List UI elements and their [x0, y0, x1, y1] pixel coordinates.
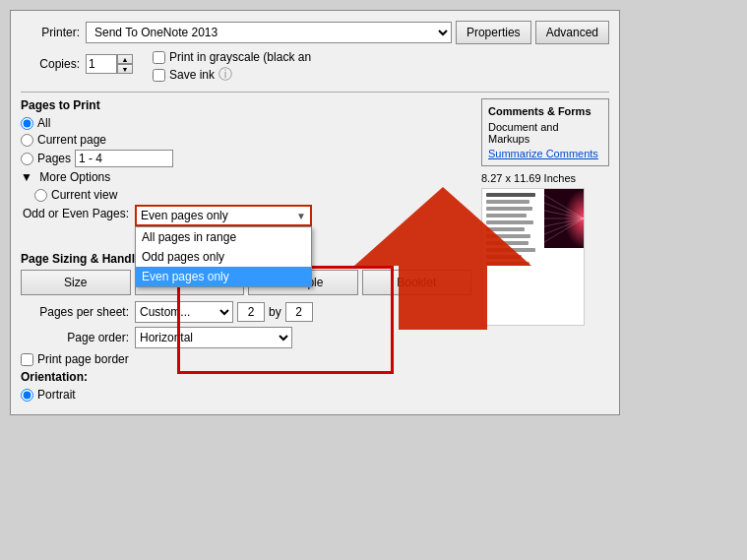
more-options-label: More Options: [39, 170, 110, 184]
right-panel: Comments & Forms Document and Markups Su…: [481, 98, 609, 404]
radio-pages-row: Pages: [21, 150, 471, 167]
radio-current[interactable]: [21, 134, 33, 147]
portrait-label: Portrait: [37, 388, 76, 402]
pages-per-sheet-row: Pages per sheet: Custom... by: [21, 301, 471, 323]
orientation-section: Orientation: Portrait: [21, 370, 471, 402]
size-button[interactable]: Size: [21, 270, 131, 295]
radio-current-view[interactable]: [34, 189, 47, 202]
grayscale-row: Print in grayscale (black an: [153, 50, 311, 64]
pages-to-print-title: Pages to Print: [21, 98, 471, 112]
radio-pages[interactable]: [21, 153, 33, 165]
printer-select[interactable]: Send To OneNote 2013: [86, 22, 452, 43]
odd-even-row: Odd or Even Pages: Even pages only ▼ All…: [21, 205, 471, 226]
copies-label: Copies:: [21, 57, 80, 71]
page-order-label: Page order:: [21, 331, 129, 344]
comments-forms-panel: Comments & Forms Document and Markups Su…: [481, 98, 609, 166]
current-view-label: Current view: [51, 188, 117, 202]
spin-down[interactable]: ▼: [117, 64, 133, 74]
print-border-label: Print page border: [37, 352, 129, 366]
by-y-input[interactable]: [285, 302, 313, 322]
pages-range-input[interactable]: [75, 150, 173, 167]
properties-button[interactable]: Properties: [456, 21, 531, 44]
odd-even-dropdown[interactable]: Even pages only ▼ All pages in range Odd…: [135, 205, 312, 226]
save-ink-checkbox[interactable]: [153, 69, 165, 82]
page-order-select[interactable]: Horizontal: [135, 327, 292, 348]
dropdown-selected-value[interactable]: Even pages only ▼: [135, 205, 312, 226]
copies-spinner[interactable]: ▲ ▼: [117, 54, 133, 74]
preview-box: [481, 188, 585, 326]
dropdown-list: All pages in range Odd pages only Even p…: [135, 226, 312, 287]
page-order-row: Page order: Horizontal: [21, 327, 471, 348]
radio-all[interactable]: [21, 117, 33, 130]
document-markups: Document and Markups: [488, 121, 602, 145]
checkboxes-area: Print in grayscale (black an Save ink ⓘ: [153, 50, 311, 86]
save-ink-row: Save ink ⓘ: [153, 66, 311, 84]
current-view-row: Current view: [34, 188, 471, 202]
print-border-row: Print page border: [21, 352, 471, 366]
booklet-button[interactable]: Booklet: [362, 270, 472, 295]
grayscale-checkbox[interactable]: [153, 51, 165, 64]
more-options-triangle: ▼: [21, 170, 32, 184]
advanced-button[interactable]: Advanced: [535, 21, 609, 44]
preview-decoration: [544, 189, 584, 248]
orientation-title: Orientation:: [21, 370, 471, 384]
printer-label: Printer:: [21, 26, 80, 39]
preview-size: 8.27 x 11.69 Inches: [481, 172, 609, 184]
spin-up[interactable]: ▲: [117, 54, 133, 64]
dropdown-item-all[interactable]: All pages in range: [136, 227, 311, 247]
radio-current-row: Current page: [21, 133, 471, 147]
printer-row: Printer: Send To OneNote 2013 Properties…: [21, 21, 609, 44]
odd-even-label: Odd or Even Pages:: [21, 205, 129, 220]
dropdown-arrow-icon: ▼: [296, 211, 306, 221]
summarize-comments[interactable]: Summarize Comments: [488, 148, 602, 159]
dropdown-item-even[interactable]: Even pages only: [136, 267, 311, 286]
radio-portrait[interactable]: [21, 389, 33, 402]
radio-pages-label: Pages: [37, 152, 71, 165]
copies-input[interactable]: [86, 54, 117, 74]
by-text: by: [269, 305, 281, 319]
copies-row: Copies: ▲ ▼: [21, 50, 133, 78]
radio-current-label: Current page: [37, 133, 106, 147]
print-border-checkbox[interactable]: [21, 353, 33, 366]
portrait-row: Portrait: [21, 388, 471, 402]
pages-per-sheet-select[interactable]: Custom...: [135, 301, 233, 323]
dropdown-item-odd[interactable]: Odd pages only: [136, 247, 311, 267]
by-x-input[interactable]: [237, 302, 265, 322]
radio-all-label: All: [37, 116, 50, 130]
more-options[interactable]: ▼ More Options: [21, 170, 471, 184]
preview-image: [544, 189, 584, 248]
pages-per-sheet-label: Pages per sheet:: [21, 305, 129, 319]
radio-all-row: All: [21, 116, 471, 130]
grayscale-label: Print in grayscale (black an: [169, 50, 311, 64]
preview-text-lines: [486, 193, 540, 321]
comments-forms-title: Comments & Forms: [488, 105, 602, 117]
save-ink-label: Save ink: [169, 68, 215, 82]
info-icon: ⓘ: [218, 66, 232, 84]
